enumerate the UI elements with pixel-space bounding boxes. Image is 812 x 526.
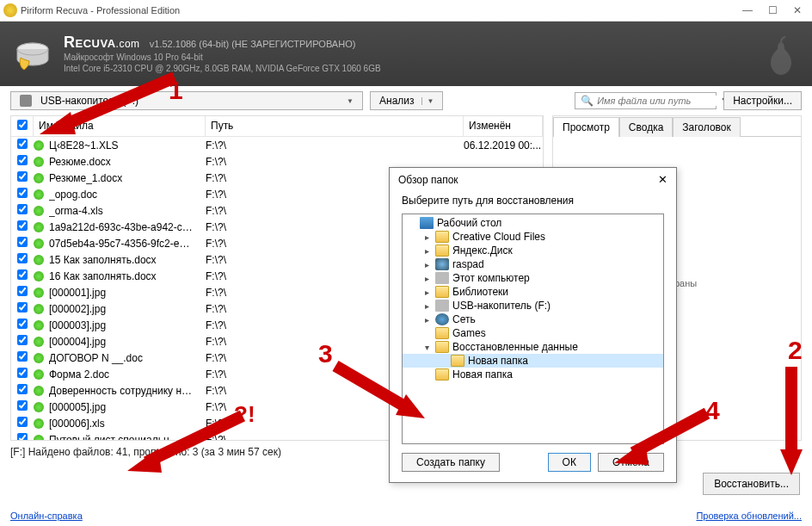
expand-icon[interactable]: ▸ — [421, 232, 432, 242]
expand-icon[interactable]: ▸ — [421, 274, 432, 283]
tree-item[interactable]: Рабочий стол — [403, 216, 663, 230]
dialog-close-icon[interactable]: ✕ — [658, 173, 667, 186]
maximize-icon[interactable]: ☐ — [768, 4, 778, 16]
tab-header[interactable]: Заголовок — [673, 117, 740, 137]
minimize-icon[interactable]: — — [742, 4, 753, 16]
cancel-button[interactable]: Отмена — [598, 453, 664, 472]
tree-label: Games — [452, 327, 486, 339]
search-icon: 🔍 — [581, 95, 594, 107]
row-checkbox[interactable] — [17, 155, 28, 165]
search-input[interactable] — [597, 96, 717, 106]
disk-icon2 — [435, 300, 449, 312]
col-name[interactable]: Имя файла — [34, 116, 206, 136]
header: Recuva.com v1.52.1086 (64-bit) (НЕ ЗАРЕГ… — [0, 22, 812, 86]
close-icon[interactable]: ✕ — [793, 4, 802, 16]
analyze-button[interactable]: Анализ ▼ — [370, 91, 443, 110]
row-checkbox[interactable] — [17, 335, 28, 345]
file-name: [000006].xls — [49, 418, 105, 430]
row-checkbox[interactable] — [17, 417, 28, 427]
tab-summary[interactable]: Сводка — [619, 117, 674, 137]
tree-label: Новая папка — [452, 368, 513, 381]
row-checkbox[interactable] — [17, 384, 28, 394]
folder-icon — [435, 244, 449, 257]
status-dot-icon — [34, 271, 44, 282]
version-text: v1.52.1086 (64-bit) (НЕ ЗАРЕГИСТРИРОВАНО… — [150, 39, 356, 49]
updates-link[interactable]: Проверка обновлений... — [696, 511, 802, 521]
col-modified[interactable]: Изменён — [464, 116, 543, 136]
select-all-checkbox[interactable] — [17, 120, 28, 130]
ok-button[interactable]: ОК — [548, 453, 591, 472]
folder-icon — [435, 327, 449, 339]
expand-icon[interactable]: ▸ — [421, 288, 432, 297]
pear-icon — [764, 35, 798, 78]
tree-item[interactable]: ▾Восстановленные данные — [403, 340, 663, 354]
tree-item[interactable]: Новая папка — [403, 354, 663, 368]
row-checkbox[interactable] — [17, 204, 28, 214]
tree-label: Восстановленные данные — [452, 341, 578, 353]
tree-item[interactable]: Games — [403, 326, 663, 340]
file-name: _opog.doc — [49, 189, 97, 201]
expand-icon[interactable]: ▸ — [421, 301, 432, 311]
disk-icon — [20, 95, 32, 107]
expand-icon[interactable]: ▸ — [421, 246, 432, 256]
tree-label: Библиотеки — [452, 286, 508, 298]
status-dot-icon — [34, 288, 44, 298]
expand-icon[interactable]: ▸ — [421, 315, 432, 325]
system-info-2: Intel Core i5-2310 CPU @ 2.90GHz, 8.0GB … — [64, 63, 381, 74]
row-checkbox[interactable] — [17, 139, 28, 149]
row-checkbox[interactable] — [17, 269, 28, 280]
status-dot-icon — [34, 435, 44, 441]
file-path: F:\?\ — [206, 139, 464, 152]
search-box[interactable]: 🔍 ▼ — [575, 92, 717, 109]
app-icon — [3, 3, 17, 17]
tree-item[interactable]: ▸Creative Cloud Files — [403, 230, 663, 244]
row-checkbox[interactable] — [17, 171, 28, 182]
row-checkbox[interactable] — [17, 286, 28, 296]
table-row[interactable]: Ц‹8E28~1.XLSF:\?\06.12.2019 00:... — [11, 137, 543, 153]
tree-label: USB-накопитель (F:) — [452, 300, 551, 312]
expand-icon[interactable]: ▸ — [421, 260, 432, 269]
row-checkbox[interactable] — [17, 237, 28, 247]
settings-button[interactable]: Настройки... — [723, 91, 802, 110]
row-checkbox[interactable] — [17, 400, 28, 411]
row-checkbox[interactable] — [17, 351, 28, 362]
status-dot-icon — [34, 320, 44, 331]
row-checkbox[interactable] — [17, 302, 28, 313]
recover-button[interactable]: Восстановить... — [703, 473, 800, 495]
drive-selector[interactable]: USB-накопитель (F:) ▼ — [10, 91, 363, 110]
tree-item[interactable]: ▸Яндекс.Диск — [403, 244, 663, 257]
tab-preview[interactable]: Просмотр — [553, 117, 619, 137]
row-checkbox[interactable] — [17, 368, 28, 378]
row-checkbox[interactable] — [17, 220, 28, 231]
file-name: ДОГОВОР N __.doc — [49, 352, 143, 364]
tree-item[interactable]: ▸USB-накопитель (F:) — [403, 299, 663, 313]
tree-item[interactable]: ▸Библиотеки — [403, 285, 663, 299]
tree-item[interactable]: ▸raspad — [403, 257, 663, 271]
folder-icon — [451, 355, 464, 367]
help-link[interactable]: Онлайн-справка — [10, 511, 83, 521]
col-path[interactable]: Путь — [206, 116, 464, 136]
row-checkbox[interactable] — [17, 188, 28, 198]
user-icon — [435, 258, 449, 270]
folder-icon — [435, 341, 449, 353]
tree-item[interactable]: ▸Сеть — [403, 313, 663, 326]
disk-icon2 — [435, 272, 449, 284]
expand-icon[interactable]: ▾ — [421, 343, 432, 352]
tree-label: Creative Cloud Files — [452, 231, 545, 243]
logo-icon — [12, 34, 53, 75]
create-folder-button[interactable]: Создать папку — [402, 453, 500, 472]
status-dot-icon — [34, 206, 44, 216]
row-checkbox[interactable] — [17, 253, 28, 263]
tree-item[interactable]: ▸Этот компьютер — [403, 271, 663, 285]
file-date: 06.12.2019 00:... — [464, 139, 543, 152]
row-checkbox[interactable] — [17, 433, 28, 441]
row-checkbox[interactable] — [17, 319, 28, 329]
file-name: [000001].jpg — [49, 287, 106, 299]
tree-item[interactable]: Новая папка — [403, 368, 663, 381]
file-name: [000005].jpg — [49, 401, 106, 413]
status-dot-icon — [34, 418, 44, 429]
status-dot-icon — [34, 304, 44, 314]
file-name: Путевый лист специальн..... — [49, 434, 183, 441]
status-dot-icon — [34, 238, 44, 249]
folder-tree[interactable]: Рабочий стол▸Creative Cloud Files▸Яндекс… — [402, 213, 664, 444]
